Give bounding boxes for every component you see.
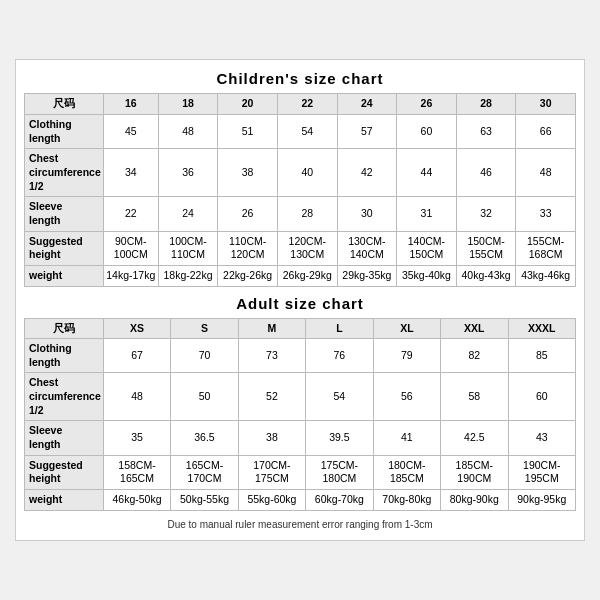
- table-row: Clothinglength67707376798285: [25, 339, 576, 373]
- children-header-row: 尺码1618202224262830: [25, 94, 576, 115]
- row-label: Clothinglength: [25, 339, 104, 373]
- col-header-label: 尺码: [25, 94, 104, 115]
- children-table-body: Clothinglength4548515457606366Chestcircu…: [25, 115, 576, 286]
- table-cell: 51: [218, 115, 278, 149]
- col-header-size: XS: [103, 318, 170, 339]
- size-chart-card: Children's size chart 尺码1618202224262830…: [15, 59, 585, 540]
- table-cell: 45: [103, 115, 158, 149]
- table-cell: 28: [277, 197, 337, 231]
- row-label: weight: [25, 265, 104, 286]
- col-header-size: 18: [158, 94, 218, 115]
- table-cell: 36.5: [171, 421, 238, 455]
- table-cell: 29kg-35kg: [337, 265, 397, 286]
- table-cell: 35kg-40kg: [397, 265, 457, 286]
- table-cell: 48: [516, 149, 576, 197]
- adult-size-table: 尺码XSSMLXLXXLXXXL Clothinglength677073767…: [24, 318, 576, 511]
- table-cell: 22: [103, 197, 158, 231]
- table-cell: 42: [337, 149, 397, 197]
- table-cell: 110CM-120CM: [218, 231, 278, 265]
- table-cell: 38: [218, 149, 278, 197]
- table-cell: 58: [441, 373, 508, 421]
- table-cell: 33: [516, 197, 576, 231]
- table-row: Sleevelength2224262830313233: [25, 197, 576, 231]
- table-row: weight14kg-17kg18kg-22kg22kg-26kg26kg-29…: [25, 265, 576, 286]
- row-label: weight: [25, 489, 104, 510]
- table-cell: 175CM-180CM: [306, 455, 373, 489]
- table-cell: 14kg-17kg: [103, 265, 158, 286]
- table-row: Chestcircumference1/248505254565860: [25, 373, 576, 421]
- table-cell: 48: [158, 115, 218, 149]
- col-header-size: 22: [277, 94, 337, 115]
- table-cell: 60kg-70kg: [306, 489, 373, 510]
- table-row: Chestcircumference1/23436384042444648: [25, 149, 576, 197]
- col-header-size: XL: [373, 318, 440, 339]
- table-cell: 50kg-55kg: [171, 489, 238, 510]
- col-header-size: XXXL: [508, 318, 575, 339]
- table-cell: 66: [516, 115, 576, 149]
- col-header-label: 尺码: [25, 318, 104, 339]
- table-cell: 50: [171, 373, 238, 421]
- col-header-size: 16: [103, 94, 158, 115]
- adult-table-body: Clothinglength67707376798285Chestcircumf…: [25, 339, 576, 510]
- table-cell: 46: [456, 149, 516, 197]
- row-label: Suggestedheight: [25, 455, 104, 489]
- table-cell: 24: [158, 197, 218, 231]
- table-cell: 26: [218, 197, 278, 231]
- table-cell: 130CM-140CM: [337, 231, 397, 265]
- table-cell: 44: [397, 149, 457, 197]
- children-chart-title: Children's size chart: [24, 70, 576, 87]
- table-cell: 165CM-170CM: [171, 455, 238, 489]
- table-cell: 52: [238, 373, 305, 421]
- table-cell: 79: [373, 339, 440, 373]
- row-label: Chestcircumference1/2: [25, 149, 104, 197]
- table-cell: 40kg-43kg: [456, 265, 516, 286]
- table-cell: 155CM-168CM: [516, 231, 576, 265]
- table-cell: 190CM-195CM: [508, 455, 575, 489]
- table-row: Sleevelength3536.53839.54142.543: [25, 421, 576, 455]
- table-cell: 39.5: [306, 421, 373, 455]
- table-cell: 22kg-26kg: [218, 265, 278, 286]
- row-label: Clothinglength: [25, 115, 104, 149]
- table-cell: 40: [277, 149, 337, 197]
- table-cell: 70kg-80kg: [373, 489, 440, 510]
- col-header-size: XXL: [441, 318, 508, 339]
- table-cell: 150CM-155CM: [456, 231, 516, 265]
- col-header-size: M: [238, 318, 305, 339]
- table-cell: 35: [103, 421, 170, 455]
- table-cell: 90CM-100CM: [103, 231, 158, 265]
- col-header-size: L: [306, 318, 373, 339]
- table-cell: 140CM-150CM: [397, 231, 457, 265]
- measurement-note: Due to manual ruler measurement error ra…: [24, 519, 576, 530]
- table-row: Clothinglength4548515457606366: [25, 115, 576, 149]
- table-cell: 26kg-29kg: [277, 265, 337, 286]
- table-cell: 70: [171, 339, 238, 373]
- table-cell: 73: [238, 339, 305, 373]
- table-cell: 90kg-95kg: [508, 489, 575, 510]
- table-cell: 56: [373, 373, 440, 421]
- table-cell: 60: [508, 373, 575, 421]
- table-cell: 85: [508, 339, 575, 373]
- col-header-size: 26: [397, 94, 457, 115]
- table-cell: 32: [456, 197, 516, 231]
- table-cell: 100CM-110CM: [158, 231, 218, 265]
- table-row: Suggestedheight90CM-100CM100CM-110CM110C…: [25, 231, 576, 265]
- table-cell: 34: [103, 149, 158, 197]
- table-cell: 55kg-60kg: [238, 489, 305, 510]
- table-cell: 158CM-165CM: [103, 455, 170, 489]
- table-cell: 43: [508, 421, 575, 455]
- table-cell: 41: [373, 421, 440, 455]
- row-label: Chestcircumference1/2: [25, 373, 104, 421]
- adult-header-row: 尺码XSSMLXLXXLXXXL: [25, 318, 576, 339]
- table-cell: 36: [158, 149, 218, 197]
- table-cell: 54: [277, 115, 337, 149]
- table-cell: 42.5: [441, 421, 508, 455]
- table-cell: 185CM-190CM: [441, 455, 508, 489]
- children-size-table: 尺码1618202224262830 Clothinglength4548515…: [24, 93, 576, 286]
- col-header-size: 30: [516, 94, 576, 115]
- table-cell: 30: [337, 197, 397, 231]
- table-cell: 48: [103, 373, 170, 421]
- col-header-size: S: [171, 318, 238, 339]
- col-header-size: 24: [337, 94, 397, 115]
- table-cell: 170CM-175CM: [238, 455, 305, 489]
- table-cell: 38: [238, 421, 305, 455]
